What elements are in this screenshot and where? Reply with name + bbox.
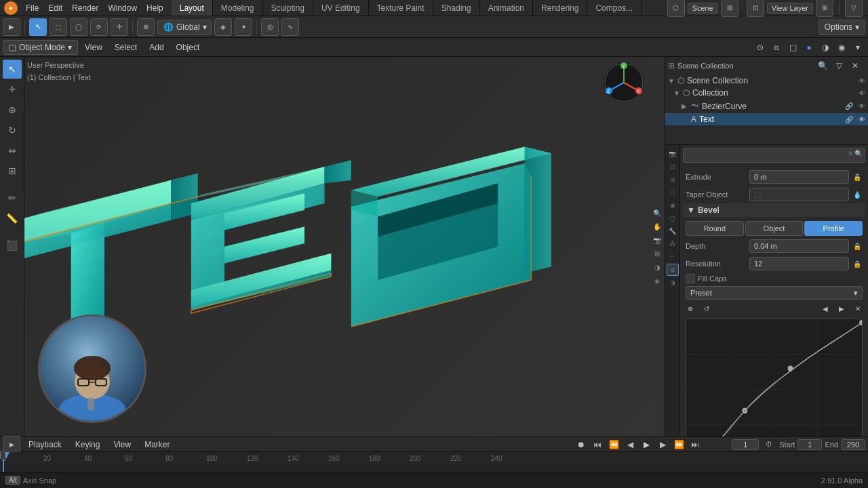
- hand-pan[interactable]: ✋: [651, 220, 663, 232]
- search-clear-icon[interactable]: ✕: [848, 150, 853, 157]
- outliner-bezier-curve[interactable]: ▶ 〜 BezierCurve 🔗 👁: [665, 99, 868, 113]
- tool-transform[interactable]: ⊞: [3, 161, 22, 180]
- viewport-gizmo[interactable]: Y X Z: [604, 62, 651, 110]
- menu-file[interactable]: File: [22, 2, 43, 14]
- prop-tab-modifier[interactable]: 🔧: [667, 225, 679, 237]
- curve-reset[interactable]: ↺: [699, 301, 714, 316]
- prop-tab-physics[interactable]: 〰: [667, 251, 679, 263]
- transform-orientation[interactable]: 🌐 Global ▾: [157, 20, 212, 35]
- filter-icon[interactable]: ▽: [845, 0, 863, 17]
- start-value[interactable]: 1: [797, 439, 822, 450]
- marker-menu[interactable]: Marker: [139, 437, 175, 452]
- gizmo-toggle[interactable]: ⧈: [769, 40, 784, 55]
- extrude-lock-icon[interactable]: 🔒: [852, 169, 863, 184]
- bevel-header[interactable]: ▼ Bevel: [683, 203, 865, 217]
- prop-tab-render[interactable]: 📷: [667, 148, 679, 160]
- keying-menu[interactable]: Keying: [70, 437, 106, 452]
- object-menu[interactable]: Object: [171, 40, 205, 55]
- outliner-search[interactable]: 🔍: [815, 58, 830, 73]
- menu-render[interactable]: Render: [68, 2, 102, 14]
- view-menu[interactable]: View: [79, 40, 108, 55]
- taper-value[interactable]: ▢: [749, 188, 849, 201]
- grid-icon[interactable]: ⊞: [651, 247, 663, 260]
- select-circle-tool[interactable]: ◯: [70, 18, 87, 36]
- jump-end-btn[interactable]: ⏭: [688, 439, 702, 451]
- current-frame[interactable]: 1: [732, 439, 759, 450]
- depth-value[interactable]: 0.04 m: [749, 239, 849, 253]
- pivot-point[interactable]: ⊕: [137, 18, 155, 36]
- tool-select[interactable]: ↖: [3, 60, 22, 79]
- preset-value[interactable]: Preset ▾: [686, 286, 863, 300]
- playback-menu[interactable]: Playback: [23, 437, 67, 452]
- prop-tab-particles[interactable]: ⁂: [667, 238, 679, 250]
- menu-edit[interactable]: Edit: [44, 2, 66, 14]
- bevel-profile-btn[interactable]: Profile: [804, 221, 863, 236]
- tab-shading[interactable]: Shading: [433, 0, 480, 16]
- bevel-object-btn[interactable]: Object: [745, 221, 804, 236]
- timeline-track[interactable]: 1 20 40 60 80 100 120 140 160 180 200 22…: [0, 452, 868, 472]
- options-btn[interactable]: Options ▾: [818, 20, 865, 35]
- tool-cube-add[interactable]: ⬛: [3, 236, 22, 255]
- tab-sculpting[interactable]: Sculpting: [263, 0, 313, 16]
- toolbar-toggle[interactable]: ▶: [3, 18, 20, 36]
- viewport-shading-solid[interactable]: ●: [802, 40, 816, 55]
- camera-icon[interactable]: 📷: [651, 234, 663, 246]
- zoom-in-btn[interactable]: 🔍: [651, 207, 663, 219]
- scene-selector[interactable]: Scene: [688, 3, 718, 14]
- play-btn[interactable]: ▶: [639, 439, 653, 451]
- prop-tab-object[interactable]: ▢: [667, 212, 679, 224]
- select-menu[interactable]: Select: [109, 40, 142, 55]
- select-box-tool[interactable]: ⬚: [50, 18, 67, 36]
- tool-rotate[interactable]: ↻: [3, 121, 22, 140]
- curve-next[interactable]: ▶: [834, 301, 849, 316]
- tool-move[interactable]: ⊕: [3, 100, 22, 119]
- tab-compositing[interactable]: Compos...: [587, 0, 642, 16]
- tab-animation[interactable]: Animation: [480, 0, 533, 16]
- record-btn[interactable]: ⏺: [574, 439, 588, 451]
- viewport-shading-wire[interactable]: ▢: [785, 40, 800, 55]
- prop-tab-scene[interactable]: ⬡: [667, 186, 679, 199]
- properties-search[interactable]: [683, 148, 865, 163]
- object-mode-selector[interactable]: ▢ Object Mode ▾: [3, 40, 78, 55]
- tab-rendering[interactable]: Rendering: [533, 0, 587, 16]
- curve-delete[interactable]: ✕: [850, 301, 865, 316]
- jump-start-btn[interactable]: ⏮: [591, 439, 604, 451]
- fill-caps-checkbox[interactable]: [686, 274, 695, 283]
- resolution-value[interactable]: 12: [749, 257, 849, 270]
- shading-options[interactable]: ▾: [850, 40, 865, 55]
- prop-tab-world[interactable]: ◉: [667, 199, 679, 211]
- viewport[interactable]: User Perspective (1) Collection | Text Y: [24, 57, 665, 436]
- menu-window[interactable]: Window: [104, 2, 141, 14]
- curve-graph[interactable]: [686, 319, 863, 436]
- prop-tab-data[interactable]: ⊘: [667, 264, 679, 276]
- vr-icon[interactable]: ◈: [651, 274, 663, 287]
- viewport-shading-material[interactable]: ◑: [818, 40, 833, 55]
- curve-prev[interactable]: ◀: [818, 301, 833, 316]
- tab-modeling[interactable]: Modeling: [213, 0, 263, 16]
- transform-tool[interactable]: ✛: [111, 18, 128, 36]
- view-layer-selector[interactable]: View Layer: [767, 3, 813, 14]
- proportional-edit[interactable]: ◎: [261, 18, 279, 36]
- vis-eye[interactable]: 👁: [859, 77, 865, 85]
- render-preview[interactable]: ◑: [651, 261, 663, 273]
- prev-keyframe-btn[interactable]: ◀: [623, 439, 637, 451]
- viewport-shading-render[interactable]: ◉: [834, 40, 849, 55]
- blender-logo[interactable]: ●: [4, 1, 18, 15]
- tab-uv-editing[interactable]: UV Editing: [313, 0, 369, 16]
- next-keyframe-btn[interactable]: ▶: [656, 439, 669, 451]
- prop-tab-view-layer[interactable]: ⊞: [667, 174, 679, 186]
- timeline-expand[interactable]: ▶: [3, 436, 20, 453]
- bezier-vis[interactable]: 👁: [859, 102, 865, 110]
- view-menu[interactable]: View: [108, 437, 136, 452]
- taper-eyedropper[interactable]: 💧: [852, 187, 863, 202]
- prop-tab-material[interactable]: ◑: [667, 277, 679, 289]
- text-vis[interactable]: 👁: [859, 116, 865, 123]
- bevel-round-btn[interactable]: Round: [686, 221, 744, 236]
- collection-vis[interactable]: 👁: [859, 89, 865, 97]
- end-value[interactable]: 250: [841, 439, 865, 450]
- tab-texture-paint[interactable]: Texture Paint: [369, 0, 433, 16]
- tool-measure[interactable]: 📏: [3, 209, 22, 228]
- proportional-options[interactable]: ∿: [281, 18, 299, 36]
- tab-layout[interactable]: Layout: [172, 0, 213, 16]
- tool-annotate[interactable]: ✏: [3, 188, 22, 207]
